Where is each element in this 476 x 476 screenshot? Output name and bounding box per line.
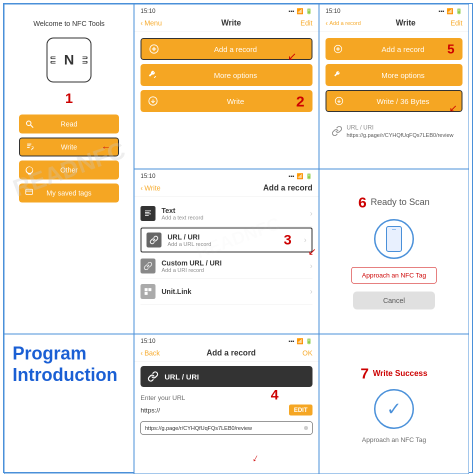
read-button[interactable]: Read	[19, 114, 119, 134]
nfc-icon: N	[46, 38, 92, 82]
edit-btn[interactable]: EDIT	[289, 404, 312, 416]
nav-bar: ‹ Menu Write Edit	[134, 16, 318, 32]
url-info-text: URL / URI https://g.page/r/CYHQfUqFQs7LE…	[346, 124, 454, 138]
download-icon	[146, 94, 160, 108]
main-container: READNFC Welcome to NFC Tools N 1 Read	[3, 3, 473, 473]
other-label: Other	[60, 166, 78, 174]
nav-back-4[interactable]: ‹ Back	[140, 349, 160, 357]
approach-btn[interactable]: Approach an NFC Tag	[352, 267, 436, 284]
custom-url-texts: Custom URL / URI Add a URI record	[162, 259, 304, 273]
nfc-letter: N	[64, 52, 74, 68]
svg-rect-14	[144, 288, 148, 291]
url-full-input[interactable]: https://g.page/r/CYHQfUqFQs7LEB0/review	[140, 422, 312, 434]
write-button[interactable]: Write ←	[19, 138, 119, 156]
status-time-5: 15:10	[326, 8, 340, 14]
url-record-sub: Add a URL record	[168, 241, 298, 247]
write-label: Write	[61, 143, 77, 151]
wave-right	[82, 56, 88, 64]
status-icons-5: ▪▪▪ 📶 🔋	[438, 8, 462, 14]
panel-welcome: READNFC Welcome to NFC Tools N 1 Read	[4, 4, 134, 334]
step-1: 1	[65, 90, 73, 106]
custom-url-title: Custom URL / URI	[162, 259, 304, 267]
text-record-item[interactable]: Text Add a text record ›	[140, 201, 312, 226]
text-record-title: Text	[162, 206, 304, 214]
nav-ok[interactable]: OK	[302, 349, 312, 357]
cancel-btn[interactable]: Cancel	[353, 292, 435, 310]
chevron-url: ›	[304, 236, 306, 244]
panel-add-record: 15:10 ▪▪▪ 📶 🔋 ‹ Write Add a record	[134, 169, 319, 334]
battery-5: 🔋	[456, 8, 462, 14]
read-label: Read	[60, 120, 77, 128]
add-record-row[interactable]: Add a record ↙	[140, 38, 312, 60]
url-uri-label: URL / URI	[346, 124, 454, 131]
phone-scan-icon	[374, 219, 414, 259]
custom-url-item[interactable]: Custom URL / URI Add a URI record ›	[140, 254, 312, 279]
write-bytes-row[interactable]: Write / 36 Bytes ↙	[326, 90, 462, 112]
write-bytes-screen: 15:10 ▪▪▪ 📶 🔋 ‹ Add a record Write Edit …	[320, 4, 468, 168]
status-icons-4: ▪▪▪ 📶 🔋	[288, 338, 312, 344]
tag-icon	[24, 188, 35, 198]
svg-rect-2	[26, 190, 33, 195]
download-5	[332, 94, 346, 108]
url-record-title: URL / URI	[168, 233, 298, 241]
arrow-5: ↙	[449, 102, 458, 114]
nav-edit[interactable]: Edit	[300, 19, 312, 27]
other-button[interactable]: Other	[19, 160, 119, 180]
search-icon	[24, 118, 35, 130]
status-time: 15:10	[140, 8, 156, 14]
unit-link-title: Unit.Link	[162, 288, 304, 296]
enter-url-label: Enter your URL	[140, 394, 312, 402]
plus-icon	[148, 42, 160, 56]
prog-intro-text: Program Introduction	[12, 342, 118, 386]
url-header-row: URL / URI	[140, 366, 312, 387]
saved-tags-button[interactable]: My saved tags	[19, 184, 119, 202]
more-options-row[interactable]: More options	[140, 64, 312, 86]
text-record-sub: Add a text record	[162, 214, 304, 220]
nav-back-3[interactable]: ‹ Write	[140, 184, 160, 192]
add-record-5-label: Add a record	[350, 45, 456, 54]
prog-line1: Program	[12, 342, 118, 364]
unit-link-icon	[140, 284, 156, 299]
url-prefix: https://	[140, 406, 160, 414]
write-row[interactable]: Write 2	[140, 90, 312, 112]
add-record-label: Add a record	[166, 45, 306, 54]
unit-link-item[interactable]: Unit.Link ›	[140, 279, 312, 304]
record-list: Text Add a text record › URL / URI Add a…	[134, 197, 318, 334]
panel-ready-scan: 6 Ready to Scan Approach an NFC Tag Canc…	[319, 169, 469, 334]
nav-bar-3: ‹ Write Add a record	[134, 182, 318, 197]
add-record-5[interactable]: Add a record 5	[326, 38, 462, 60]
write-arrow: ←	[101, 142, 111, 153]
tools-icon	[24, 164, 35, 176]
more-options-5[interactable]: More options	[326, 64, 462, 86]
status-bar-3: 15:10 ▪▪▪ 📶 🔋	[134, 170, 318, 182]
nav-back-5[interactable]: ‹ Add a record	[326, 19, 361, 27]
step-6: 6	[358, 194, 367, 211]
nav-back-menu[interactable]: ‹ Menu	[140, 19, 162, 27]
wave-arc	[82, 56, 88, 60]
custom-url-sub: Add a URI record	[162, 267, 304, 273]
approach-nfc-text: Approach an NFC Tag	[362, 436, 426, 444]
url-input-row: https:// EDIT	[140, 404, 312, 416]
url-record-item[interactable]: URL / URI Add a URL record › ↙ 3	[140, 228, 312, 252]
add-record-screen: 15:10 ▪▪▪ 📶 🔋 ‹ Write Add a record	[134, 170, 318, 334]
write-icon	[25, 142, 36, 152]
nav-edit-5[interactable]: Edit	[450, 19, 462, 27]
url-form: URL / URI Enter your URL https:// EDIT h…	[134, 362, 318, 474]
panel-url-input: 15:10 ▪▪▪ 📶 🔋 ‹ Back Add a record OK URL…	[134, 334, 319, 474]
success-circle: ✓	[374, 389, 414, 429]
chevron-custom: ›	[310, 262, 312, 270]
status-icons: ▪▪▪ 📶 🔋	[288, 8, 312, 14]
chevron-text: ›	[310, 209, 312, 218]
wifi-5: 📶	[446, 8, 454, 14]
wrench-5	[332, 68, 344, 82]
url-full-text: https://g.page/r/CYHQfUqFQs7LEB0/review	[145, 425, 301, 431]
wave-arc	[82, 61, 88, 64]
welcome-text: Welcome to NFC Tools	[34, 20, 105, 28]
svg-rect-16	[144, 292, 148, 295]
link-icon-4	[146, 370, 160, 383]
chevron-unit: ›	[310, 287, 312, 296]
panel-write-bytes: 15:10 ▪▪▪ 📶 🔋 ‹ Add a record Write Edit …	[319, 4, 469, 169]
url-uri-val: https://g.page/r/CYHQfUqFQs7LEB0/review	[346, 132, 454, 138]
url-info: URL / URI https://g.page/r/CYHQfUqFQs7LE…	[326, 120, 462, 142]
wave-arc	[50, 61, 56, 64]
